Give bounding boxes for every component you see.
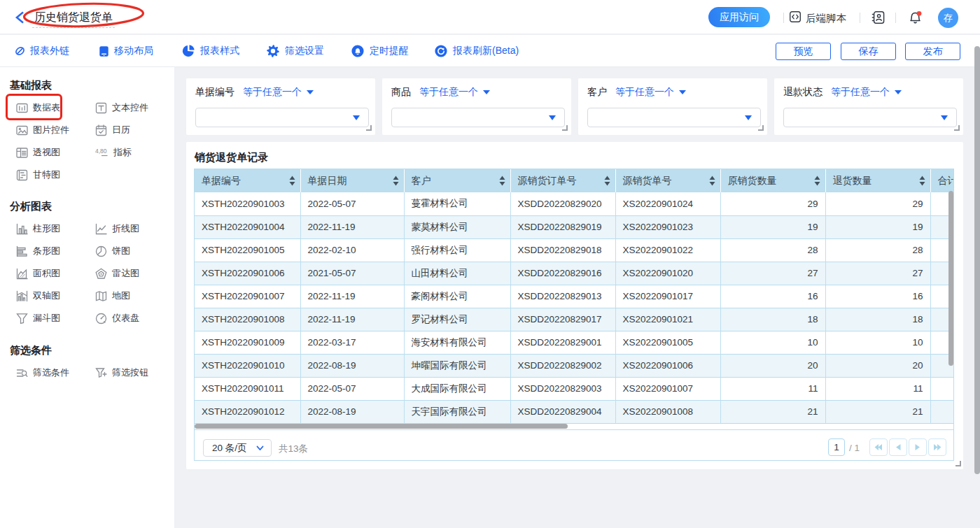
svg-text:4,80: 4,80 [95, 148, 107, 155]
